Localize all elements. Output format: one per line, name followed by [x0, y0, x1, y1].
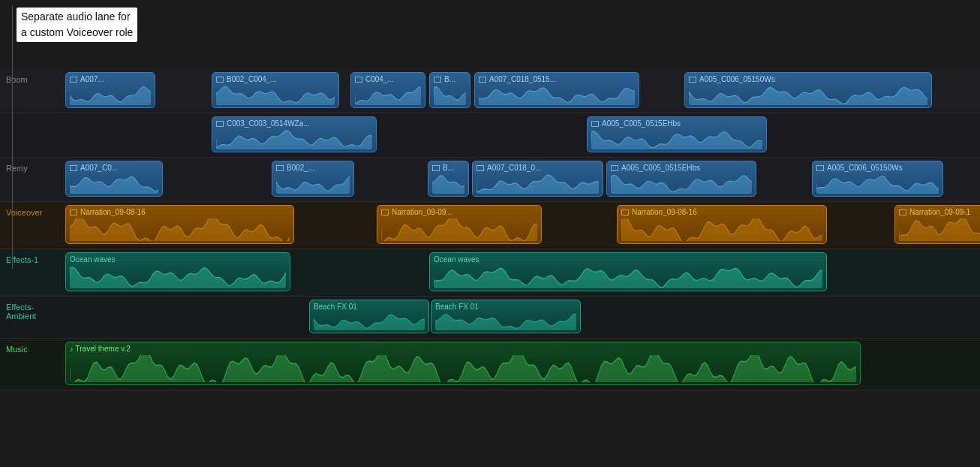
clip-title-text-b2: B002_C004_...	[227, 75, 277, 83]
clip-title-b3: C004_...	[355, 75, 421, 83]
clip-wave-r5	[611, 174, 752, 194]
clip-r4[interactable]: A007_C018_0...	[472, 161, 603, 197]
clip-e2[interactable]: Ocean waves	[429, 252, 827, 291]
clip-title-text-r6: A005_C006_05150Ws	[827, 164, 903, 172]
clip-title-b5: A007_C018_0515...	[479, 75, 635, 83]
clip-title-text-b1: A007...	[80, 75, 104, 83]
clip-title-b4: B...	[434, 75, 466, 83]
clip-film-icon	[689, 77, 696, 83]
clip-v3[interactable]: Narration_09-08-16	[617, 205, 827, 244]
clip-title-r1: A007_C0...	[70, 164, 158, 172]
clip-wave-v1	[70, 218, 290, 241]
clip-title-r2: B002_...	[276, 164, 350, 172]
clip-title-text-r5: A005_C005_0515EHbs	[621, 164, 700, 172]
clip-v4[interactable]: Narration_09-09-1	[894, 205, 980, 244]
clip-film-icon	[70, 165, 77, 171]
clip-r3[interactable]: B...	[428, 161, 469, 197]
clip-film-icon	[434, 77, 441, 83]
lane-content-music: ♪ Travel theme v.2	[62, 339, 980, 390]
clip-title-v1: Narration_09-08-16	[70, 208, 290, 216]
clip-title-text-ea2: Beach FX 01	[435, 303, 479, 311]
callout-line	[12, 6, 13, 269]
clip-bb2[interactable]: A005_C005_0515EHbs	[587, 116, 767, 152]
clip-v1[interactable]: Narration_09-08-16	[65, 205, 294, 244]
lane-label-remy: Remy	[0, 158, 62, 177]
clip-wave-b4	[434, 86, 466, 105]
clip-film-icon	[216, 121, 224, 127]
clip-title-text-e2: Ocean waves	[434, 255, 479, 264]
clip-film-icon	[591, 121, 599, 127]
clip-wave-r3	[432, 174, 464, 194]
lane-label-boom2	[0, 113, 62, 124]
clip-title-v4: Narration_09-09-1	[899, 208, 980, 216]
clip-b2[interactable]: B002_C004_...	[212, 72, 339, 108]
clip-title-text-bb1: C003_C003_0514WZa...	[227, 119, 310, 128]
lane-label-effects1: Effects-1	[0, 249, 62, 269]
clip-film-icon	[621, 209, 629, 215]
clip-r1[interactable]: A007_C0...	[65, 161, 163, 197]
clip-title-r3: B...	[432, 164, 464, 172]
lane-effectsambient: Effects-AmbientBeach FX 01Beach FX 01	[0, 297, 980, 339]
clip-title-text-v2: Narration_09-09...	[392, 208, 452, 216]
clip-v2[interactable]: Narration_09-09...	[377, 205, 542, 244]
lane-content-effects1: Ocean wavesOcean waves	[62, 249, 980, 296]
lane-content-remy: A007_C0...B002_...B...A007_C018_0...A005…	[62, 158, 980, 201]
clip-r5[interactable]: A005_C005_0515EHbs	[606, 161, 756, 197]
clip-title-ea2: Beach FX 01	[435, 303, 576, 311]
clip-title-text-bb2: A005_C005_0515EHbs	[602, 119, 681, 128]
clip-film-icon	[70, 77, 77, 83]
clip-film-icon	[816, 165, 824, 171]
clip-title-m1: ♪ Travel theme v.2	[70, 345, 856, 353]
annotation-line1: Separate audio lane for	[21, 9, 133, 25]
clip-film-icon	[216, 77, 224, 83]
clip-film-icon	[476, 165, 484, 171]
clip-r2[interactable]: B002_...	[272, 161, 354, 197]
clip-title-r4: A007_C018_0...	[476, 164, 599, 172]
clip-wave-r6	[816, 174, 939, 194]
clip-b4[interactable]: B...	[429, 72, 470, 108]
clip-film-icon	[355, 77, 362, 83]
lane-effects1: Effects-1Ocean wavesOcean waves	[0, 249, 980, 297]
clip-wave-bb2	[591, 130, 762, 149]
clip-wave-m1	[70, 355, 856, 382]
clip-title-e1: Ocean waves	[70, 255, 286, 264]
clip-title-r5: A005_C005_0515EHbs	[611, 164, 752, 172]
clip-title-e2: Ocean waves	[434, 255, 822, 264]
clip-wave-b3	[355, 86, 421, 105]
lane-content-voiceover: Narration_09-08-16Narration_09-09...Narr…	[62, 202, 980, 249]
clip-title-ea1: Beach FX 01	[314, 303, 425, 311]
clip-wave-e1	[70, 266, 286, 288]
clip-b1[interactable]: A007...	[65, 72, 155, 108]
clip-title-text-ea1: Beach FX 01	[314, 303, 357, 311]
clip-film-icon	[70, 209, 77, 215]
clip-wave-v4	[899, 218, 980, 241]
lane-content-boom: A007...B002_C004_...C004_...B...A007_C01…	[62, 69, 980, 113]
clip-m1[interactable]: ♪ Travel theme v.2	[65, 342, 861, 385]
clip-title-text-b5: A007_C018_0515...	[489, 75, 556, 83]
clip-e1[interactable]: Ocean waves	[65, 252, 290, 291]
lane-voiceover: VoiceoverNarration_09-08-16Narration_09-…	[0, 202, 980, 249]
clip-film-icon	[432, 165, 440, 171]
clip-title-text-v1: Narration_09-08-16	[80, 208, 146, 216]
clip-ea2[interactable]: Beach FX 01	[431, 300, 581, 333]
lane-music: Music♪ Travel theme v.2	[0, 339, 980, 390]
annotation-line2: a custom Voiceover role	[21, 25, 133, 41]
clip-title-b1: A007...	[70, 75, 151, 83]
lane-content-effectsambient: Beach FX 01Beach FX 01	[62, 297, 980, 338]
clip-wave-b5	[479, 86, 635, 105]
clip-title-text-r2: B002_...	[287, 164, 314, 172]
clip-wave-bb1	[216, 130, 372, 149]
clip-bb1[interactable]: C003_C003_0514WZa...	[212, 116, 377, 152]
clip-b6[interactable]: A005_C006_05150Ws	[684, 72, 932, 108]
clip-film-icon	[479, 77, 486, 83]
clip-b5[interactable]: A007_C018_0515...	[474, 72, 639, 108]
lane-label-music: Music	[0, 339, 62, 358]
clip-ea1[interactable]: Beach FX 01	[309, 300, 429, 333]
clip-title-text-v3: Narration_09-08-16	[632, 208, 697, 216]
clip-wave-b6	[689, 86, 927, 105]
lane-boom: BoomA007...B002_C004_...C004_...B...A007…	[0, 69, 980, 113]
clip-r6[interactable]: A005_C006_05150Ws	[812, 161, 943, 197]
clip-wave-v2	[381, 218, 537, 241]
clip-b3[interactable]: C004_...	[350, 72, 425, 108]
clip-title-v3: Narration_09-08-16	[621, 208, 822, 216]
